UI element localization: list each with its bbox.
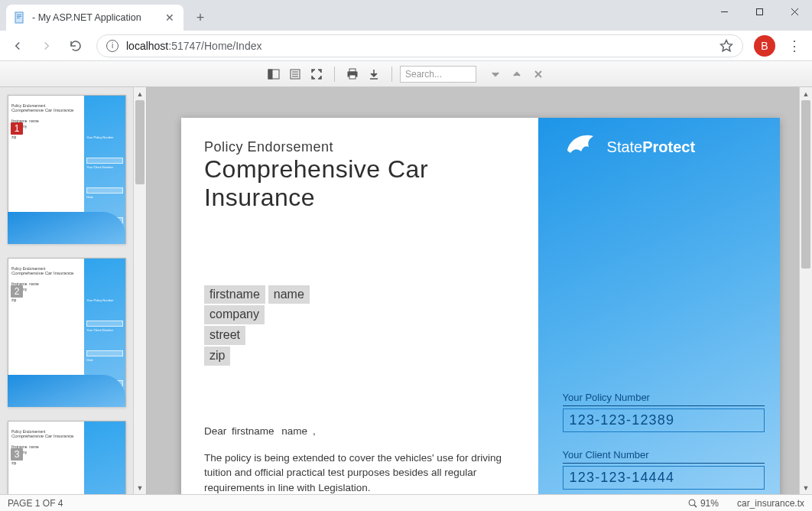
filename: car_insurance.tx (737, 498, 804, 509)
scroll-up-icon[interactable]: ▲ (800, 87, 812, 100)
url-text: localhost:51747/Home/Index (126, 40, 261, 52)
thumbnail-scrollbar[interactable]: ▲ ▼ (133, 87, 146, 494)
document-page: Policy Endorsement Comprehensive Car Ins… (181, 118, 780, 494)
page-indicator: PAGE 1 OF 4 (8, 498, 63, 509)
browser-toolbar: i localhost:51747/Home/Index B ⋮ (0, 31, 812, 61)
addr-zip: zip (204, 347, 230, 366)
thumbnail-number: 1 (11, 122, 23, 135)
favicon (14, 11, 26, 24)
view-mode-button[interactable] (285, 64, 305, 84)
scrollbar-handle[interactable] (801, 100, 810, 269)
policy-number-field: Your Policy Number 123-123-12389 (563, 392, 765, 432)
tab-title: - My ASP.NET Application (32, 12, 158, 23)
thumbnail-3[interactable]: Policy EndorsementComprehensive Car Insu… (8, 421, 125, 494)
letter-body: The policy is being extended to cover th… (204, 451, 520, 494)
svg-marker-8 (721, 40, 732, 50)
download-button[interactable] (364, 64, 384, 84)
profile-avatar[interactable]: B (754, 35, 775, 57)
thumbnail-number: 3 (11, 448, 23, 461)
document-viewer: Policy EndorsementComprehensive Car Insu… (0, 61, 812, 511)
fullscreen-button[interactable] (307, 64, 326, 84)
search-input[interactable] (400, 66, 476, 83)
browser-titlebar: - My ASP.NET Application ✕ + (0, 0, 812, 31)
bird-icon (563, 132, 599, 162)
window-controls (706, 0, 812, 23)
new-tab-button[interactable]: + (190, 7, 211, 28)
addr-street: street (204, 326, 245, 345)
thumbnail-2[interactable]: Policy EndorsementComprehensive Car Insu… (8, 258, 125, 407)
svg-rect-17 (349, 75, 356, 79)
document-area[interactable]: Policy Endorsement Comprehensive Car Ins… (147, 87, 812, 494)
viewer-toolbar (0, 61, 812, 87)
status-bar: PAGE 1 OF 4 91% car_insurance.tx (0, 494, 812, 511)
address-block: firstnamename company street zip (204, 285, 520, 367)
close-button[interactable] (777, 0, 812, 23)
scroll-down-icon[interactable]: ▼ (134, 481, 146, 494)
bookmark-icon[interactable] (719, 39, 733, 53)
search-next-button[interactable] (486, 64, 505, 84)
doc-subtitle: Policy Endorsement (204, 139, 520, 155)
address-bar[interactable]: i localhost:51747/Home/Index (96, 34, 743, 57)
salutation: Dear firstname name , (204, 425, 520, 437)
search-close-button[interactable] (528, 64, 548, 84)
browser-tab[interactable]: - My ASP.NET Application ✕ (6, 5, 184, 31)
browser-menu-button[interactable]: ⋮ (781, 37, 807, 54)
addr-firstname: firstname (204, 285, 265, 304)
svg-rect-15 (349, 69, 356, 72)
client-number-label: Your Client Number (563, 449, 765, 464)
policy-number-label: Your Policy Number (563, 392, 765, 406)
scrollbar-handle[interactable] (135, 100, 145, 184)
document-scrollbar[interactable]: ▲ ▼ (799, 87, 812, 494)
toggle-sidebar-button[interactable] (264, 64, 284, 84)
scroll-up-icon[interactable]: ▲ (134, 87, 146, 100)
thumbnail-panel: Policy EndorsementComprehensive Car Insu… (0, 87, 147, 494)
thumbnail-number: 2 (11, 285, 23, 298)
client-number-field: Your Client Number 123-123-14444 (563, 449, 765, 490)
svg-point-22 (689, 500, 695, 506)
print-button[interactable] (343, 64, 362, 84)
svg-rect-1 (17, 15, 21, 15)
maximize-button[interactable] (742, 0, 777, 23)
zoom-indicator[interactable]: 91% (688, 498, 719, 509)
svg-line-23 (694, 505, 697, 507)
forward-button[interactable] (34, 33, 60, 59)
addr-company: company (204, 305, 265, 324)
client-number-value: 123-123-14444 (563, 466, 765, 490)
reload-button[interactable] (63, 33, 89, 59)
back-button[interactable] (5, 33, 31, 59)
policy-number-value: 123-123-12389 (563, 408, 765, 432)
minimize-button[interactable] (706, 0, 742, 23)
search-prev-button[interactable] (507, 64, 527, 84)
thumbnail-1[interactable]: Policy EndorsementComprehensive Car Insu… (8, 95, 125, 244)
doc-title: Comprehensive Car Insurance (204, 155, 520, 212)
site-info-icon[interactable]: i (106, 40, 119, 52)
scroll-down-icon[interactable]: ▼ (800, 481, 812, 494)
tab-close-icon[interactable]: ✕ (164, 11, 176, 24)
svg-rect-10 (268, 70, 272, 79)
brand-logo: StateProtect (563, 132, 765, 162)
svg-rect-3 (17, 18, 20, 18)
viewer-workspace: Policy EndorsementComprehensive Car Insu… (0, 87, 812, 494)
svg-rect-2 (17, 16, 21, 17)
addr-name: name (268, 285, 310, 304)
svg-rect-5 (756, 8, 762, 15)
